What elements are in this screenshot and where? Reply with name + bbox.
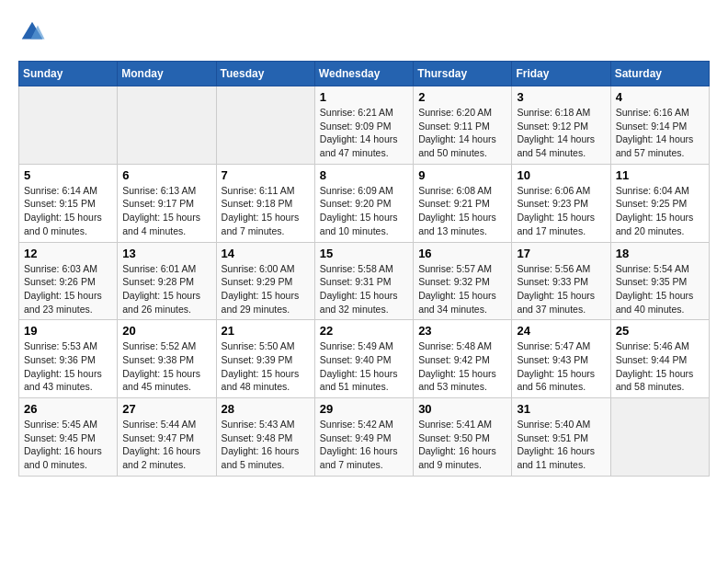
calendar-week-5: 26Sunrise: 5:45 AM Sunset: 9:45 PM Dayli… xyxy=(19,398,710,477)
calendar-cell xyxy=(610,398,709,477)
calendar-cell: 23Sunrise: 5:48 AM Sunset: 9:42 PM Dayli… xyxy=(414,320,512,398)
calendar-cell: 24Sunrise: 5:47 AM Sunset: 9:43 PM Dayli… xyxy=(512,320,610,398)
calendar-table: SundayMondayTuesdayWednesdayThursdayFrid… xyxy=(18,61,710,477)
day-info: Sunrise: 6:04 AM Sunset: 9:25 PM Dayligh… xyxy=(616,184,704,238)
day-number: 16 xyxy=(418,247,506,260)
day-number: 26 xyxy=(24,402,112,416)
calendar-cell: 1Sunrise: 6:21 AM Sunset: 9:09 PM Daylig… xyxy=(314,86,413,165)
calendar-cell: 27Sunrise: 5:44 AM Sunset: 9:47 PM Dayli… xyxy=(118,398,216,477)
day-info: Sunrise: 6:13 AM Sunset: 9:17 PM Dayligh… xyxy=(122,184,210,238)
calendar-cell: 7Sunrise: 6:11 AM Sunset: 9:18 PM Daylig… xyxy=(216,164,314,242)
calendar-cell: 17Sunrise: 5:56 AM Sunset: 9:33 PM Dayli… xyxy=(512,242,610,320)
calendar-cell: 28Sunrise: 5:43 AM Sunset: 9:48 PM Dayli… xyxy=(216,398,314,477)
weekday-header-monday: Monday xyxy=(118,62,216,86)
day-number: 20 xyxy=(122,324,210,338)
calendar-cell: 14Sunrise: 6:00 AM Sunset: 9:29 PM Dayli… xyxy=(216,242,314,320)
day-number: 8 xyxy=(320,168,408,182)
logo-icon xyxy=(18,18,46,46)
day-number: 13 xyxy=(122,247,210,260)
calendar-cell: 31Sunrise: 5:40 AM Sunset: 9:51 PM Dayli… xyxy=(512,398,610,477)
calendar-cell: 16Sunrise: 5:57 AM Sunset: 9:32 PM Dayli… xyxy=(414,242,512,320)
calendar-cell: 11Sunrise: 6:04 AM Sunset: 9:25 PM Dayli… xyxy=(610,164,709,242)
day-number: 25 xyxy=(616,324,704,338)
day-number: 2 xyxy=(418,90,506,104)
day-info: Sunrise: 5:47 AM Sunset: 9:43 PM Dayligh… xyxy=(517,339,605,394)
calendar-cell: 4Sunrise: 6:16 AM Sunset: 9:14 PM Daylig… xyxy=(610,86,709,165)
day-info: Sunrise: 6:09 AM Sunset: 9:20 PM Dayligh… xyxy=(320,184,408,238)
day-info: Sunrise: 6:16 AM Sunset: 9:14 PM Dayligh… xyxy=(616,106,704,160)
day-info: Sunrise: 5:50 AM Sunset: 9:39 PM Dayligh… xyxy=(222,339,310,394)
logo xyxy=(18,18,51,46)
day-info: Sunrise: 6:03 AM Sunset: 9:26 PM Dayligh… xyxy=(24,262,112,316)
calendar-cell: 15Sunrise: 5:58 AM Sunset: 9:31 PM Dayli… xyxy=(314,242,413,320)
calendar-cell: 25Sunrise: 5:46 AM Sunset: 9:44 PM Dayli… xyxy=(610,320,709,398)
calendar-cell: 30Sunrise: 5:41 AM Sunset: 9:50 PM Dayli… xyxy=(414,398,512,477)
weekday-header-tuesday: Tuesday xyxy=(216,62,314,86)
day-number: 31 xyxy=(517,402,605,416)
page-header xyxy=(18,18,710,46)
day-info: Sunrise: 6:20 AM Sunset: 9:11 PM Dayligh… xyxy=(418,106,506,160)
day-number: 17 xyxy=(517,247,605,260)
day-info: Sunrise: 5:40 AM Sunset: 9:51 PM Dayligh… xyxy=(517,418,605,472)
day-number: 4 xyxy=(616,90,704,104)
day-info: Sunrise: 5:43 AM Sunset: 9:48 PM Dayligh… xyxy=(222,418,310,472)
calendar-cell xyxy=(118,86,216,165)
day-info: Sunrise: 5:53 AM Sunset: 9:36 PM Dayligh… xyxy=(24,339,112,394)
day-number: 5 xyxy=(24,168,112,182)
calendar-cell: 8Sunrise: 6:09 AM Sunset: 9:20 PM Daylig… xyxy=(314,164,413,242)
day-info: Sunrise: 6:00 AM Sunset: 9:29 PM Dayligh… xyxy=(222,262,310,316)
day-number: 6 xyxy=(122,168,210,182)
calendar-week-3: 12Sunrise: 6:03 AM Sunset: 9:26 PM Dayli… xyxy=(19,242,710,320)
calendar-cell: 29Sunrise: 5:42 AM Sunset: 9:49 PM Dayli… xyxy=(314,398,413,477)
day-info: Sunrise: 5:49 AM Sunset: 9:40 PM Dayligh… xyxy=(320,339,408,394)
calendar-cell: 13Sunrise: 6:01 AM Sunset: 9:28 PM Dayli… xyxy=(118,242,216,320)
day-info: Sunrise: 5:54 AM Sunset: 9:35 PM Dayligh… xyxy=(616,262,704,316)
day-info: Sunrise: 5:42 AM Sunset: 9:49 PM Dayligh… xyxy=(320,418,408,472)
calendar-cell: 26Sunrise: 5:45 AM Sunset: 9:45 PM Dayli… xyxy=(19,398,118,477)
day-number: 3 xyxy=(517,90,605,104)
day-number: 11 xyxy=(616,168,704,182)
day-info: Sunrise: 6:18 AM Sunset: 9:12 PM Dayligh… xyxy=(517,106,605,160)
calendar-cell xyxy=(216,86,314,165)
day-info: Sunrise: 5:58 AM Sunset: 9:31 PM Dayligh… xyxy=(320,262,408,316)
calendar-cell: 21Sunrise: 5:50 AM Sunset: 9:39 PM Dayli… xyxy=(216,320,314,398)
day-number: 15 xyxy=(320,247,408,260)
calendar-week-1: 1Sunrise: 6:21 AM Sunset: 9:09 PM Daylig… xyxy=(19,86,710,165)
weekday-header-sunday: Sunday xyxy=(19,62,118,86)
calendar-cell: 10Sunrise: 6:06 AM Sunset: 9:23 PM Dayli… xyxy=(512,164,610,242)
day-info: Sunrise: 5:44 AM Sunset: 9:47 PM Dayligh… xyxy=(122,418,210,472)
calendar-cell: 3Sunrise: 6:18 AM Sunset: 9:12 PM Daylig… xyxy=(512,86,610,165)
calendar-cell: 18Sunrise: 5:54 AM Sunset: 9:35 PM Dayli… xyxy=(610,242,709,320)
day-info: Sunrise: 5:46 AM Sunset: 9:44 PM Dayligh… xyxy=(616,339,704,394)
day-number: 10 xyxy=(517,168,605,182)
weekday-header-thursday: Thursday xyxy=(414,62,512,86)
day-info: Sunrise: 6:21 AM Sunset: 9:09 PM Dayligh… xyxy=(320,106,408,160)
day-number: 21 xyxy=(222,324,310,338)
day-info: Sunrise: 5:48 AM Sunset: 9:42 PM Dayligh… xyxy=(418,339,506,394)
weekday-header-friday: Friday xyxy=(512,62,610,86)
calendar-week-2: 5Sunrise: 6:14 AM Sunset: 9:15 PM Daylig… xyxy=(19,164,710,242)
day-number: 28 xyxy=(222,402,310,416)
day-number: 12 xyxy=(24,247,112,260)
day-number: 7 xyxy=(222,168,310,182)
day-info: Sunrise: 5:45 AM Sunset: 9:45 PM Dayligh… xyxy=(24,418,112,472)
calendar-cell: 22Sunrise: 5:49 AM Sunset: 9:40 PM Dayli… xyxy=(314,320,413,398)
day-info: Sunrise: 6:08 AM Sunset: 9:21 PM Dayligh… xyxy=(418,184,506,238)
calendar-cell: 12Sunrise: 6:03 AM Sunset: 9:26 PM Dayli… xyxy=(19,242,118,320)
day-info: Sunrise: 6:11 AM Sunset: 9:18 PM Dayligh… xyxy=(222,184,310,238)
day-number: 23 xyxy=(418,324,506,338)
day-number: 24 xyxy=(517,324,605,338)
weekday-header-wednesday: Wednesday xyxy=(314,62,413,86)
day-info: Sunrise: 6:14 AM Sunset: 9:15 PM Dayligh… xyxy=(24,184,112,238)
day-number: 1 xyxy=(320,90,408,104)
day-number: 27 xyxy=(122,402,210,416)
weekday-header-row: SundayMondayTuesdayWednesdayThursdayFrid… xyxy=(19,62,710,86)
day-number: 22 xyxy=(320,324,408,338)
calendar-cell: 2Sunrise: 6:20 AM Sunset: 9:11 PM Daylig… xyxy=(414,86,512,165)
day-info: Sunrise: 6:06 AM Sunset: 9:23 PM Dayligh… xyxy=(517,184,605,238)
day-number: 18 xyxy=(616,247,704,260)
day-number: 30 xyxy=(418,402,506,416)
day-info: Sunrise: 5:52 AM Sunset: 9:38 PM Dayligh… xyxy=(122,339,210,394)
day-number: 29 xyxy=(320,402,408,416)
day-number: 9 xyxy=(418,168,506,182)
